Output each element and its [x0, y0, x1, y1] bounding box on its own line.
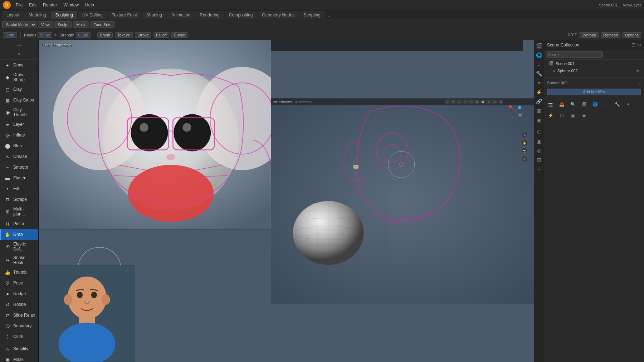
tool-crease[interactable]: ∿ Crease	[0, 151, 38, 162]
view-button[interactable]: View	[38, 21, 53, 28]
tab-texture-paint[interactable]: Texture Paint	[108, 11, 141, 19]
tab-animation[interactable]: Animation	[167, 11, 195, 19]
menu-edit[interactable]: Edit	[26, 1, 39, 9]
add-modifier-button[interactable]: Add Modifier	[547, 89, 641, 95]
svg-line-57	[516, 108, 519, 111]
tool-elastic-def[interactable]: ⟲ Elastic Def...	[0, 240, 38, 253]
props-tab-phys-set[interactable]: ⚡	[546, 110, 556, 120]
options-dropdown[interactable]: Options	[623, 32, 641, 38]
tool-inflate[interactable]: ◎ Inflate	[0, 130, 38, 140]
tool-thumb[interactable]: 👍 Thumb	[0, 267, 38, 278]
tool-rotate[interactable]: ↺ Rotate	[0, 299, 38, 310]
tab-modeling[interactable]: Modeling	[24, 11, 50, 19]
tool-multi-plane[interactable]: ⊞ Multi-plan...	[0, 205, 38, 218]
tool-smooth[interactable]: ~ Smooth	[0, 162, 38, 173]
tool-draw[interactable]: ● Draw	[0, 60, 38, 70]
cursor-dropdown[interactable]: Cursor	[171, 32, 188, 38]
tool-flatten[interactable]: ▬ Flatten	[0, 173, 38, 183]
stroke-dropdown[interactable]: Stroke	[135, 32, 151, 38]
menu-help[interactable]: Help	[82, 1, 97, 9]
prop-world-icon[interactable]: 🌐	[535, 51, 543, 59]
prop-extra-3-icon[interactable]: ◎	[535, 146, 543, 155]
visibility-icon[interactable]: 👁	[636, 69, 640, 73]
tab-shading[interactable]: Shading	[142, 11, 166, 19]
props-tab-output[interactable]: 📤	[557, 99, 567, 109]
props-tab-con-set[interactable]: ⬡	[557, 110, 567, 120]
prop-scene-icon[interactable]: 🎬	[535, 41, 543, 50]
sculpt-button[interactable]: Sculpt	[54, 21, 72, 28]
props-tab-view[interactable]: 🔍	[568, 99, 578, 109]
dyntopo-dropdown[interactable]: Dyntopo	[579, 32, 599, 38]
tool-nudge[interactable]: ➤ Nudge	[0, 288, 38, 299]
transform-tool-icon[interactable]: ⌖	[15, 50, 23, 58]
tool-draw-sharp[interactable]: ◆ Draw Sharp	[0, 70, 38, 84]
props-tab-world-set[interactable]: 🌐	[590, 99, 600, 109]
mask-button[interactable]: Mask	[73, 21, 89, 28]
prop-modifier-icon[interactable]: 🔧	[535, 69, 543, 78]
props-tab-data-set[interactable]: ▣	[568, 110, 578, 120]
tool-clay[interactable]: ◻ Clay	[0, 84, 38, 95]
tab-layout[interactable]: Layout	[2, 11, 24, 19]
tab-sculpting[interactable]: Sculpting	[51, 11, 77, 19]
tab-compositing[interactable]: Compositing	[225, 11, 257, 19]
prop-object-icon[interactable]: ○	[535, 60, 543, 69]
scene-item-sphere002[interactable]: ○ Sphere.002 👁	[544, 67, 644, 74]
inflate-label: Inflate	[13, 133, 25, 138]
props-tab-part-set[interactable]: ✦	[623, 99, 633, 109]
tab-rendering[interactable]: Rendering	[195, 11, 224, 19]
prop-constraints-icon[interactable]: 🔗	[535, 97, 543, 106]
add-workspace-button[interactable]: +	[326, 14, 332, 19]
outliner-search-input[interactable]	[546, 51, 603, 58]
menu-window[interactable]: Window	[60, 1, 82, 9]
tool-blob[interactable]: ⬤ Blob	[0, 140, 38, 151]
tab-scripting[interactable]: Scripting	[299, 11, 325, 19]
texture-dropdown[interactable]: Texture	[115, 32, 133, 38]
menu-file[interactable]: File	[13, 1, 25, 9]
tool-mask[interactable]: ▣ Mask	[0, 354, 38, 362]
tool-clay-thumb[interactable]: ◉ Clay Thumb	[0, 105, 38, 119]
blob-icon: ⬤	[4, 142, 11, 149]
strength-control[interactable]: Strength 0.500	[59, 32, 91, 38]
tool-snake-hook[interactable]: ↪ Snake Hook	[0, 253, 38, 267]
props-tab-mat-set[interactable]: ◉	[579, 110, 589, 120]
tool-simplify[interactable]: △ Simplify	[0, 343, 38, 354]
falloff-dropdown[interactable]: Falloff	[153, 32, 169, 38]
face-sets-button[interactable]: Face Sets	[91, 21, 115, 28]
tool-cloth[interactable]: ⋮ Cloth	[0, 331, 38, 342]
tool-scrape[interactable]: ⊓ Scrape	[0, 194, 38, 205]
prop-physics-icon[interactable]: ⚡	[535, 88, 543, 96]
tool-layer[interactable]: ≡ Layer	[0, 119, 38, 130]
remesh-dropdown[interactable]: Remesh	[601, 32, 620, 38]
outliner-filter-icon[interactable]: ☰	[632, 43, 636, 48]
scene-item-scene001[interactable]: 🎬 Scene.001	[544, 60, 644, 67]
outliner-settings-icon[interactable]: ⚙	[637, 43, 641, 48]
viewport-area[interactable]: User Perspective [1] Sphere.002	[39, 40, 534, 362]
props-tab-mod-set[interactable]: 🔧	[612, 99, 622, 109]
radius-value[interactable]: 50 px	[38, 32, 52, 38]
mode-select[interactable]: Sculpt Mode	[2, 21, 36, 28]
prop-particles-icon[interactable]: ✦	[535, 79, 543, 87]
prop-extra-4-icon[interactable]: ⊞	[535, 155, 543, 164]
tab-uv-editing[interactable]: UV Editing	[78, 11, 107, 19]
props-tab-object-set[interactable]: ○	[601, 99, 611, 109]
prop-extra-2-icon[interactable]: ▣	[535, 137, 543, 145]
prop-extra-1-icon[interactable]: ⬡	[535, 128, 543, 136]
tool-boundary[interactable]: ⬡ Boundary	[0, 321, 38, 331]
props-tab-render[interactable]: 📷	[546, 99, 556, 109]
tool-clay-strips[interactable]: ▦ Clay Strips	[0, 95, 38, 105]
prop-extra-5-icon[interactable]: ⊹	[535, 165, 543, 173]
tool-fill[interactable]: ▪ Fill	[0, 183, 38, 194]
tool-slide-relax[interactable]: ⇄ Slide Relax	[0, 310, 38, 321]
menu-render[interactable]: Render	[40, 1, 60, 9]
tab-geometry-nodes[interactable]: Geometry Nodes	[258, 11, 299, 19]
radius-control[interactable]: Radius 50 px ✎	[24, 32, 57, 38]
props-tab-scene-set[interactable]: 🎬	[579, 99, 589, 109]
brush-dropdown[interactable]: Brush	[97, 32, 113, 38]
prop-material-icon[interactable]: ◉	[535, 116, 543, 124]
tool-pose[interactable]: ☿ Pose	[0, 278, 38, 288]
tool-grab[interactable]: ✋ Grab	[0, 229, 38, 240]
prop-data-icon[interactable]: ▦	[535, 106, 543, 115]
tool-pinch[interactable]: ⟨⟩ Pinch	[0, 218, 38, 229]
cursor-tool-icon[interactable]: ⊹	[15, 41, 23, 49]
strength-value[interactable]: 0.500	[76, 32, 91, 38]
